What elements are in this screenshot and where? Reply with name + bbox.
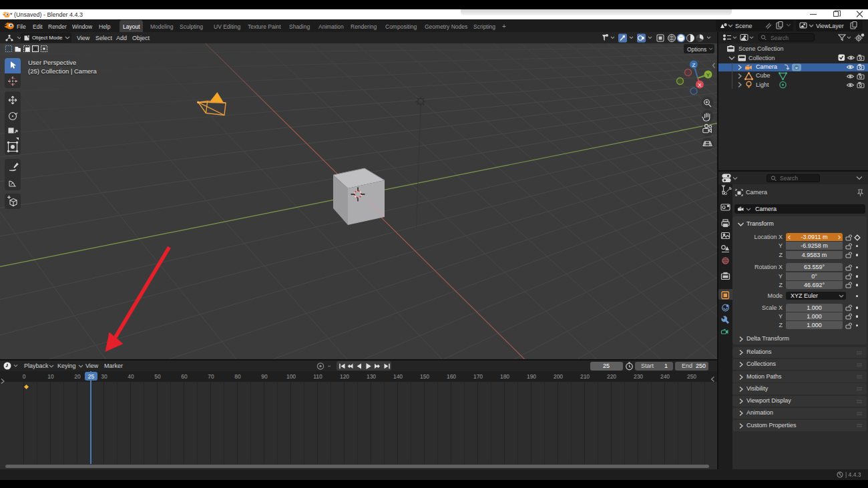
svg-text:Z: Z xyxy=(692,62,696,68)
svg-text:Y: Y xyxy=(706,72,710,78)
svg-text:X: X xyxy=(698,82,702,88)
